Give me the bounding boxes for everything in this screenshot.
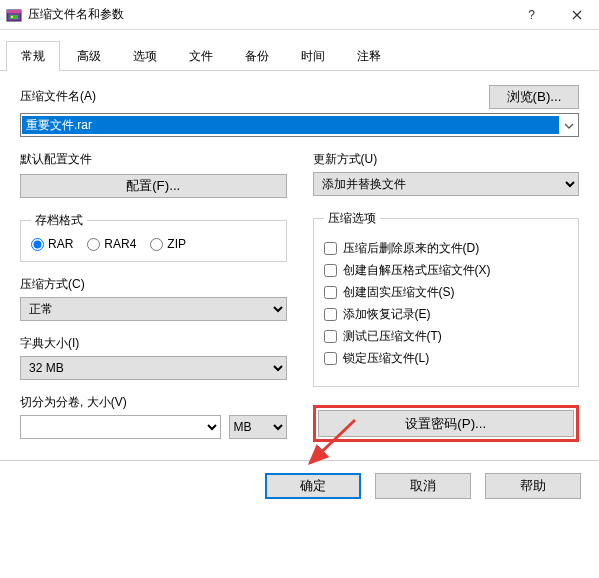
tab-files[interactable]: 文件	[174, 41, 228, 71]
update-mode-label: 更新方式(U)	[313, 151, 580, 168]
comp-method-select[interactable]: 正常	[20, 297, 287, 321]
tab-options[interactable]: 选项	[118, 41, 172, 71]
compress-options-group: 压缩选项 压缩后删除原来的文件(D) 创建自解压格式压缩文件(X) 创建固实压缩…	[313, 210, 580, 387]
update-mode-select[interactable]: 添加并替换文件	[313, 172, 580, 196]
radio-zip[interactable]: ZIP	[150, 237, 186, 251]
filename-value: 重要文件.rar	[22, 116, 559, 134]
dict-size-label: 字典大小(I)	[20, 335, 287, 352]
help-button-footer[interactable]: 帮助	[485, 473, 581, 499]
tab-content: 压缩文件名(A) 浏览(B)... 重要文件.rar 默认配置文件 配置(F).…	[0, 71, 599, 452]
filename-label: 压缩文件名(A)	[20, 88, 479, 105]
tabs: 常规 高级 选项 文件 备份 时间 注释	[0, 34, 599, 71]
radio-rar4-label: RAR4	[104, 237, 136, 251]
svg-rect-1	[7, 10, 21, 13]
app-icon	[6, 7, 22, 23]
radio-rar[interactable]: RAR	[31, 237, 73, 251]
chk-lock-label: 锁定压缩文件(L)	[343, 350, 430, 367]
chk-test[interactable]	[324, 330, 337, 343]
archive-format-group: 存档格式 RAR RAR4 ZIP	[20, 212, 287, 262]
tab-advanced[interactable]: 高级	[62, 41, 116, 71]
chk-delete-after[interactable]	[324, 242, 337, 255]
chk-solid-label: 创建固实压缩文件(S)	[343, 284, 455, 301]
radio-rar4[interactable]: RAR4	[87, 237, 136, 251]
chevron-down-icon	[560, 118, 578, 132]
tab-backup[interactable]: 备份	[230, 41, 284, 71]
profile-label: 默认配置文件	[20, 151, 287, 168]
archive-format-legend: 存档格式	[31, 212, 87, 229]
ok-button[interactable]: 确定	[265, 473, 361, 499]
window-title: 压缩文件名和参数	[28, 6, 509, 23]
tab-comment[interactable]: 注释	[342, 41, 396, 71]
browse-button[interactable]: 浏览(B)...	[489, 85, 579, 109]
help-button[interactable]: ?	[509, 0, 554, 29]
compress-options-legend: 压缩选项	[324, 210, 380, 227]
set-password-highlight: 设置密码(P)...	[313, 405, 580, 442]
chk-lock[interactable]	[324, 352, 337, 365]
chk-solid[interactable]	[324, 286, 337, 299]
cancel-button[interactable]: 取消	[375, 473, 471, 499]
profile-button[interactable]: 配置(F)...	[20, 174, 287, 198]
close-button[interactable]	[554, 0, 599, 29]
chk-sfx[interactable]	[324, 264, 337, 277]
split-unit-select[interactable]: MB	[229, 415, 287, 439]
titlebar: 压缩文件名和参数 ?	[0, 0, 599, 30]
chk-delete-after-label: 压缩后删除原来的文件(D)	[343, 240, 480, 257]
tab-general[interactable]: 常规	[6, 41, 60, 71]
split-label: 切分为分卷, 大小(V)	[20, 394, 287, 411]
radio-zip-label: ZIP	[167, 237, 186, 251]
dict-size-select[interactable]: 32 MB	[20, 356, 287, 380]
dialog-footer: 确定 取消 帮助	[0, 460, 599, 513]
set-password-button[interactable]: 设置密码(P)...	[318, 410, 575, 437]
svg-rect-3	[11, 16, 13, 18]
chk-recovery[interactable]	[324, 308, 337, 321]
radio-rar-label: RAR	[48, 237, 73, 251]
chk-sfx-label: 创建自解压格式压缩文件(X)	[343, 262, 491, 279]
tab-time[interactable]: 时间	[286, 41, 340, 71]
filename-combo[interactable]: 重要文件.rar	[20, 113, 579, 137]
chk-recovery-label: 添加恢复记录(E)	[343, 306, 431, 323]
comp-method-label: 压缩方式(C)	[20, 276, 287, 293]
chk-test-label: 测试已压缩文件(T)	[343, 328, 442, 345]
split-size-select[interactable]	[20, 415, 221, 439]
